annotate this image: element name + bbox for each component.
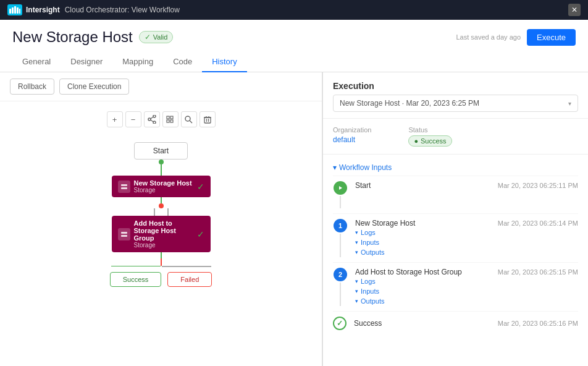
status-label: Status bbox=[408, 126, 452, 134]
delete-button[interactable] bbox=[200, 111, 216, 127]
workflow-inputs-row[interactable]: ▾ Workflow Inputs bbox=[333, 160, 578, 176]
brand-name: Intersight bbox=[26, 6, 60, 14]
svg-marker-26 bbox=[339, 186, 342, 190]
share-button[interactable] bbox=[144, 111, 160, 127]
tl-success-row: ✓ Success Mar 20, 2023 06:25:16 PM bbox=[333, 312, 578, 335]
tab-code[interactable]: Code bbox=[163, 52, 202, 72]
tab-designer[interactable]: Designer bbox=[61, 52, 112, 72]
line-right bbox=[162, 266, 211, 267]
task2-type: Storage bbox=[134, 242, 193, 249]
org-value[interactable]: default bbox=[333, 135, 371, 144]
svg-point-7 bbox=[153, 121, 156, 124]
tab-mapping[interactable]: Mapping bbox=[112, 52, 163, 72]
search-button[interactable] bbox=[181, 111, 197, 127]
tl-icon-col-1: 1 bbox=[333, 219, 348, 257]
execution-header: Execution New Storage Host · Mar 20, 202… bbox=[323, 72, 588, 119]
tl-start-line bbox=[340, 196, 341, 208]
zoom-out-button[interactable]: − bbox=[125, 111, 141, 127]
tl-outputs-1[interactable]: ▾ Outputs bbox=[355, 247, 578, 257]
rollback-button[interactable]: Rollback bbox=[10, 79, 54, 95]
svg-rect-10 bbox=[167, 116, 169, 119]
success-time: Mar 20, 2023 06:25:16 PM bbox=[498, 320, 578, 327]
chevron-outputs-1-icon: ▾ bbox=[355, 249, 358, 255]
storage-icon-1 bbox=[118, 181, 130, 193]
tl-line-2 bbox=[340, 283, 341, 306]
tl-outputs-2[interactable]: ▾ Outputs bbox=[355, 296, 578, 306]
tl-time-1: Mar 20, 2023 06:25:14 PM bbox=[498, 219, 578, 227]
svg-rect-13 bbox=[170, 120, 173, 122]
task1-name: New Storage Host bbox=[134, 179, 193, 187]
execute-button[interactable]: Execute bbox=[527, 29, 576, 46]
start-box: Start bbox=[134, 142, 188, 160]
tl-outputs-2-label: Outputs bbox=[361, 297, 385, 305]
page-title: New Storage Host bbox=[12, 28, 133, 46]
branch-lines bbox=[154, 208, 169, 216]
tab-history[interactable]: History bbox=[202, 52, 246, 72]
tl-logs-1[interactable]: ▾ Logs bbox=[355, 228, 578, 237]
tl-line-1 bbox=[340, 234, 341, 257]
status-value: Success bbox=[421, 137, 447, 145]
green-line-top bbox=[161, 197, 162, 203]
tl-name-2: Add Host to Storage Host Group bbox=[355, 268, 462, 276]
svg-point-5 bbox=[153, 115, 156, 117]
svg-rect-4 bbox=[19, 9, 20, 14]
outcome-connector-h bbox=[111, 258, 211, 267]
tl-logs-2[interactable]: ▾ Logs bbox=[355, 276, 578, 286]
task1-box[interactable]: New Storage Host Storage ✓ bbox=[112, 176, 211, 197]
chevron-right-icon: ▾ bbox=[333, 163, 337, 172]
task2-info: Add Host to Storage Host Group Storage bbox=[134, 219, 193, 249]
workflow-diagram: Start New Storage Host Storage bbox=[6, 136, 316, 293]
tl-start-content: Start Mar 20, 2023 06:25:11 PM bbox=[355, 181, 578, 208]
task2-box[interactable]: Add Host to Storage Host Group Storage ✓ bbox=[112, 216, 211, 252]
svg-rect-25 bbox=[121, 235, 127, 237]
clone-execution-button[interactable]: Clone Execution bbox=[59, 79, 129, 95]
chevron-inputs-2-icon: ▾ bbox=[355, 288, 358, 294]
canvas-area: + − bbox=[0, 101, 322, 366]
workflow-inputs-label: Workflow Inputs bbox=[339, 163, 392, 172]
execution-selector[interactable]: New Storage Host · Mar 20, 2023 6:25 PM … bbox=[333, 95, 578, 112]
chevron-down-icon: ▾ bbox=[568, 100, 571, 107]
right-panel: Execution New Storage Host · Mar 20, 202… bbox=[322, 72, 588, 366]
task2-name: Add Host to Storage Host Group bbox=[134, 219, 193, 242]
connector-line-1 bbox=[161, 164, 162, 176]
org-section: Organization default bbox=[333, 126, 371, 147]
success-left: ✓ Success bbox=[333, 317, 382, 330]
page-title-area: New Storage Host ✓ Valid bbox=[12, 28, 173, 46]
task1-info: New Storage Host Storage bbox=[134, 179, 193, 194]
status-check-icon: ● bbox=[414, 137, 418, 145]
tl-start-row: Start Mar 20, 2023 06:25:11 PM bbox=[355, 181, 578, 190]
line-left bbox=[111, 266, 161, 266]
header: New Storage Host ✓ Valid Last saved a da… bbox=[0, 20, 588, 72]
success-label: Success bbox=[354, 319, 382, 328]
svg-rect-24 bbox=[121, 232, 127, 234]
tl-icon-col-2: 2 bbox=[333, 268, 348, 306]
tab-general[interactable]: General bbox=[12, 52, 61, 72]
tl-start-time: Mar 20, 2023 06:25:11 PM bbox=[498, 182, 578, 189]
start-node: Start bbox=[134, 142, 188, 176]
tl-content-2: Add Host to Storage Host Group Mar 20, 2… bbox=[355, 268, 578, 306]
svg-line-15 bbox=[190, 121, 192, 123]
close-button[interactable]: ✕ bbox=[568, 4, 581, 16]
svg-line-9 bbox=[151, 120, 153, 122]
zoom-in-button[interactable]: + bbox=[107, 111, 123, 127]
tl-name-1: New Storage Host bbox=[355, 219, 415, 228]
grid-button[interactable] bbox=[162, 111, 178, 127]
success-circle-icon: ✓ bbox=[333, 317, 346, 330]
valid-badge: ✓ Valid bbox=[139, 31, 174, 43]
header-row: New Storage Host ✓ Valid Last saved a da… bbox=[12, 28, 576, 46]
tl-circle-1: 1 bbox=[334, 219, 347, 232]
chevron-inputs-1-icon: ▾ bbox=[355, 239, 358, 245]
red-dot bbox=[159, 203, 164, 208]
svg-point-6 bbox=[148, 118, 151, 121]
svg-rect-3 bbox=[17, 7, 19, 14]
dashed-right bbox=[167, 208, 169, 216]
svg-rect-2 bbox=[14, 6, 16, 14]
tl-inputs-2[interactable]: ▾ Inputs bbox=[355, 286, 578, 296]
header-actions: Last saved a day ago Execute bbox=[456, 29, 576, 46]
check-icon: ✓ bbox=[145, 33, 151, 41]
tl-content-1: New Storage Host Mar 20, 2023 06:25:14 P… bbox=[355, 219, 578, 257]
tl-inputs-1[interactable]: ▾ Inputs bbox=[355, 237, 578, 247]
status-section: Status ● Success bbox=[408, 126, 452, 147]
task2-check-icon: ✓ bbox=[197, 229, 204, 239]
tl-inputs-1-label: Inputs bbox=[361, 239, 379, 246]
